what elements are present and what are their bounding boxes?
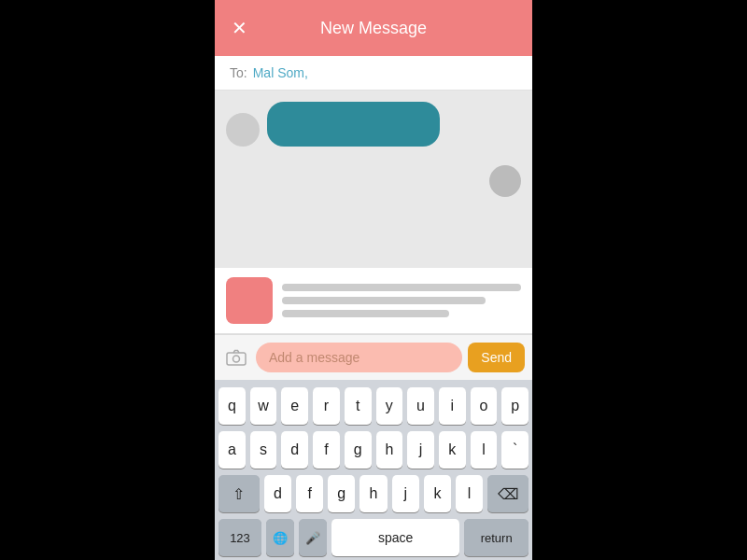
key-h[interactable]: h xyxy=(376,431,403,469)
close-button[interactable]: ✕ xyxy=(232,17,247,39)
key-g2[interactable]: g xyxy=(328,475,355,512)
avatar-right xyxy=(489,165,521,197)
key-r[interactable]: r xyxy=(313,387,340,425)
suggestion-line-3 xyxy=(282,310,449,317)
key-w[interactable]: w xyxy=(250,387,277,425)
key-u[interactable]: u xyxy=(407,387,434,425)
key-g[interactable]: g xyxy=(345,431,372,469)
key-f2[interactable]: f xyxy=(296,475,323,512)
keyboard-bottom-row: 123 🌐 🎤 space return xyxy=(218,519,529,556)
space-key[interactable]: space xyxy=(331,519,459,556)
header-title: New Message xyxy=(320,19,427,38)
keyboard-row-2: a s d f g h j k l ` xyxy=(218,431,529,469)
key-p[interactable]: p xyxy=(501,387,529,425)
chat-area xyxy=(215,91,532,268)
svg-point-1 xyxy=(233,356,240,362)
to-label: To: xyxy=(230,65,247,80)
send-button[interactable]: Send xyxy=(468,343,525,372)
key-a[interactable]: a xyxy=(218,431,246,469)
mic-key[interactable]: 🎤 xyxy=(299,519,327,556)
suggestion-lines xyxy=(282,284,521,317)
message-input[interactable] xyxy=(256,343,462,372)
to-value: Mal Som, xyxy=(253,65,308,80)
key-backtick[interactable]: ` xyxy=(501,431,529,469)
key-o[interactable]: o xyxy=(471,387,498,425)
key-e[interactable]: e xyxy=(281,387,308,425)
keyboard-row-3: ⇧ d f g h j k l ⌫ xyxy=(218,475,529,512)
key-k2[interactable]: k xyxy=(424,475,451,512)
key-l[interactable]: l xyxy=(471,431,498,469)
suggestion-line-2 xyxy=(282,297,486,304)
suggestion-thumbnail xyxy=(226,277,273,324)
key-d[interactable]: d xyxy=(281,431,308,469)
shift-key[interactable]: ⇧ xyxy=(218,475,260,512)
key-k[interactable]: k xyxy=(439,431,466,469)
key-l2[interactable]: l xyxy=(456,475,483,512)
key-f[interactable]: f xyxy=(313,431,340,469)
key-i[interactable]: i xyxy=(439,387,466,425)
globe-key[interactable]: 🌐 xyxy=(266,519,294,556)
header: ✕ New Message xyxy=(215,0,532,56)
suggestion-area xyxy=(215,268,532,334)
numbers-key[interactable]: 123 xyxy=(218,519,261,556)
key-q[interactable]: q xyxy=(218,387,246,425)
phone-frame: ✕ New Message To: Mal Som, xyxy=(215,0,532,560)
input-bar: Send xyxy=(215,334,532,380)
message-bubble-teal xyxy=(267,102,440,147)
to-field[interactable]: To: Mal Som, xyxy=(215,56,532,91)
return-key[interactable]: return xyxy=(464,519,529,556)
chat-row-left xyxy=(226,102,521,147)
camera-button[interactable] xyxy=(222,343,250,371)
key-j2[interactable]: j xyxy=(392,475,419,512)
key-y[interactable]: y xyxy=(376,387,403,425)
key-h2[interactable]: h xyxy=(359,475,387,512)
backspace-key[interactable]: ⌫ xyxy=(487,475,529,512)
key-t[interactable]: t xyxy=(345,387,372,425)
keyboard-row-1: q w e r t y u i o p xyxy=(218,387,529,425)
key-d2[interactable]: d xyxy=(264,475,291,512)
svg-rect-0 xyxy=(227,353,246,365)
keyboard: q w e r t y u i o p a s d f g h j k l ` … xyxy=(215,380,532,560)
key-s[interactable]: s xyxy=(250,431,277,469)
chat-row-right xyxy=(226,165,521,197)
suggestion-line-1 xyxy=(282,284,521,291)
avatar-left xyxy=(226,113,260,147)
key-j[interactable]: j xyxy=(407,431,434,469)
